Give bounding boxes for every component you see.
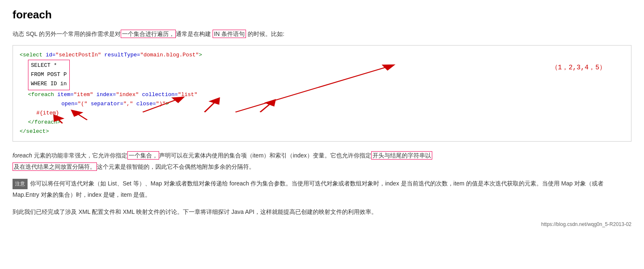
code-line-foreach-attrs: open="(" separator="," close=")"> — [61, 99, 624, 109]
page-title: foreach — [13, 8, 631, 21]
code-line-select-open: <select id="selectPostIn" resultType="do… — [20, 51, 624, 60]
highlight-in-clause: IN 条件语句 — [213, 30, 246, 38]
code-block: （1，2,3,4，5） <select id="selectPostIn" re… — [13, 45, 631, 142]
sql-select-box: SELECT * FROM POST P WHERE ID in — [28, 60, 70, 90]
code-sql-group: SELECT * FROM POST P WHERE ID in — [28, 60, 624, 90]
result-annotation: （1，2,3,4，5） — [551, 62, 606, 74]
code-line-select: SELECT * — [31, 61, 67, 70]
intro-text-middle: 通常是在构建 IN 条件语句 的时候。比如: — [176, 30, 284, 38]
highlight-collection: 一个集合进行遍历， — [121, 30, 176, 38]
code-line-where: WHERE ID in — [31, 79, 67, 89]
note-text: 你可以将任何可迭代对象（如 List、Set 等）、Map 对象或者数组对象传递… — [13, 180, 603, 198]
foreach-em: foreach — [13, 152, 32, 159]
code-line-select-close: </select> — [20, 127, 624, 136]
code-line-from: FROM POST P — [31, 70, 67, 79]
code-line-item: #{item} — [36, 109, 624, 118]
footer-paragraph: 到此我们已经完成了涉及 XML 配置文件和 XML 映射文件的讨论。下一章将详细… — [13, 206, 631, 218]
highlight-desc1: 一个集合， — [127, 151, 159, 160]
code-line-foreach-open: <foreach item="item" index="index" colle… — [28, 90, 624, 99]
intro-paragraph: 动态 SQL 的另外一个常用的操作需求是对一个集合进行遍历，通常是在构建 IN … — [13, 29, 631, 39]
footer-url: https://blog.csdn.net/wqg0n_5-R2013-02 — [13, 221, 631, 227]
intro-text-before: 动态 SQL 的另外一个常用的操作需求是对 — [13, 30, 121, 37]
highlight-desc2: 开头与结尾的字符串以 — [371, 151, 432, 160]
description-paragraph: foreach 元素的功能非常强大，它允许你指定一个集合，声明可以在元素体内使用… — [13, 150, 631, 172]
note-badge: 注意 — [13, 179, 28, 189]
highlight-desc3: 及在迭代结果之间放置分隔符。 — [13, 162, 97, 171]
code-line-foreach-close: </foreach> — [28, 118, 624, 127]
code-block-wrapper: （1，2,3,4，5） <select id="selectPostIn" re… — [13, 45, 631, 142]
note-paragraph: 注意你可以将任何可迭代对象（如 List、Set 等）、Map 对象或者数组对象… — [13, 178, 631, 200]
